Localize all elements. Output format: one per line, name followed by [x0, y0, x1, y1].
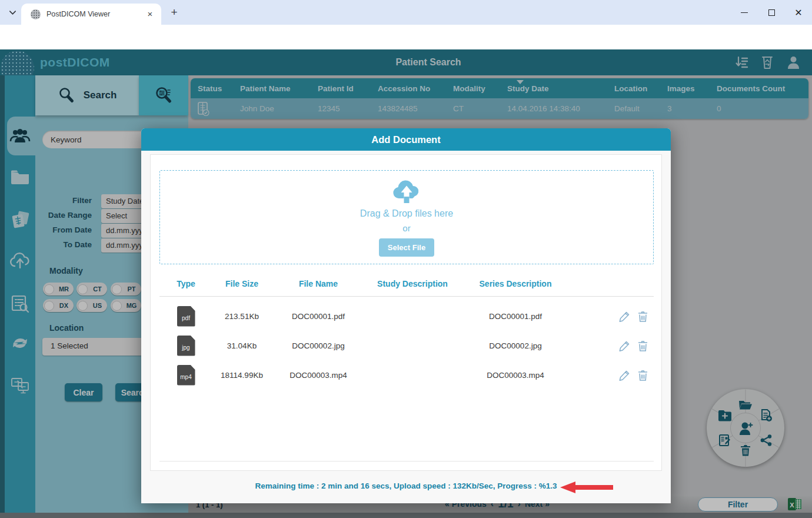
- tab-search-chevron-icon[interactable]: [5, 5, 20, 20]
- edit-pencil-icon[interactable]: [619, 340, 630, 351]
- screen: PostDICOM Viewer × + ✕ germany.postdicom…: [0, 0, 812, 518]
- file-size: 213.51Kb: [212, 301, 271, 331]
- select-file-button[interactable]: Select File: [379, 238, 434, 257]
- dropzone-text: Drag & Drop files here: [160, 208, 653, 219]
- app-viewport: postDICOM Patient Search: [0, 49, 812, 518]
- window-maximize-button[interactable]: [758, 0, 785, 25]
- file-name: DOC00003.mp4: [271, 360, 365, 390]
- file-series-description[interactable]: DOC00001.pdf: [460, 301, 571, 331]
- window-close-button[interactable]: ✕: [785, 0, 812, 25]
- file-name: DOC00002.jpg: [271, 331, 365, 360]
- tab-favicon: [31, 9, 41, 19]
- file-name: DOC00001.pdf: [271, 301, 365, 331]
- fcol-series-description: Series Description: [460, 275, 571, 293]
- file-row-3: mp4 18114.99Kb DOC00003.mp4 DOC00003.mp4: [159, 360, 654, 390]
- file-study-description[interactable]: [365, 331, 460, 360]
- modal-card: Drag & Drop files here or Select File Ty…: [150, 154, 662, 471]
- tab-title: PostDICOM Viewer: [46, 10, 145, 18]
- file-type-badge: pdf: [177, 306, 195, 327]
- file-study-description[interactable]: [365, 301, 460, 331]
- file-row-2: jpg 31.04Kb DOC00002.jpg DOC00002.jpg: [159, 331, 654, 360]
- window-controls: ✕: [731, 0, 812, 25]
- edit-pencil-icon[interactable]: [619, 311, 630, 322]
- fcol-file-size: File Size: [212, 275, 271, 293]
- cloud-upload-icon: [391, 177, 422, 204]
- new-tab-button[interactable]: +: [167, 5, 181, 19]
- delete-file-icon[interactable]: [638, 340, 649, 351]
- modal-header: Add Document: [141, 128, 671, 151]
- edit-pencil-icon[interactable]: [619, 370, 630, 381]
- file-study-description[interactable]: [365, 360, 460, 390]
- file-type-badge: mp4: [177, 365, 195, 386]
- fcol-study-description: Study Description: [365, 275, 460, 293]
- dropzone-or-text: or: [160, 223, 653, 233]
- browser-tab[interactable]: PostDICOM Viewer ×: [21, 4, 161, 25]
- delete-file-icon[interactable]: [638, 311, 649, 322]
- annotation-arrow: [560, 481, 613, 494]
- file-size: 31.04Kb: [212, 331, 271, 360]
- fcol-file-name: File Name: [271, 275, 365, 293]
- delete-file-icon[interactable]: [638, 370, 649, 381]
- file-series-description[interactable]: DOC00003.mp4: [460, 360, 571, 390]
- file-series-description[interactable]: DOC00002.jpg: [460, 331, 571, 360]
- file-type-badge: jpg: [177, 336, 195, 356]
- file-dropzone[interactable]: Drag & Drop files here or Select File: [159, 170, 654, 264]
- file-size: 18114.99Kb: [212, 360, 271, 390]
- window-minimize-button[interactable]: [731, 0, 758, 25]
- file-row-1: pdf 213.51Kb DOC00001.pdf DOC00001.pdf: [159, 301, 654, 331]
- file-table-header: Type File Size File Name Study Descripti…: [159, 275, 654, 293]
- fcol-type: Type: [159, 275, 212, 293]
- browser-tab-strip: PostDICOM Viewer × + ✕: [0, 0, 812, 25]
- tab-close-icon[interactable]: ×: [145, 9, 155, 19]
- modal-title: Add Document: [371, 134, 440, 145]
- add-document-modal: Add Document Drag & Drop files here or S…: [141, 128, 671, 503]
- browser-toolbar: germany.postdicom.com/Viewer/Main Guest: [0, 25, 812, 49]
